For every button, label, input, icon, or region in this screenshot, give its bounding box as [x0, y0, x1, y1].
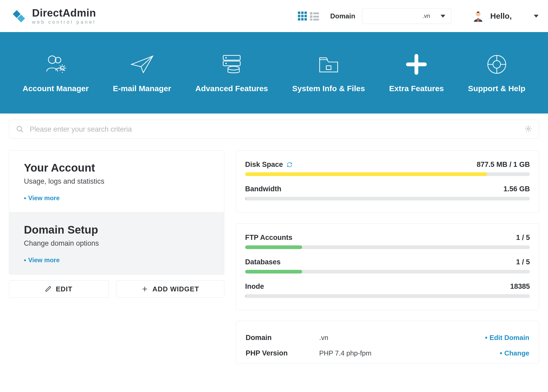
nav-label: E-mail Manager — [113, 84, 171, 93]
svg-point-27 — [228, 66, 239, 70]
svg-rect-13 — [310, 16, 312, 18]
progress-bar — [245, 172, 530, 176]
svg-point-24 — [225, 57, 227, 58]
view-more-link[interactable]: View more — [24, 256, 60, 264]
search-bar — [9, 120, 539, 139]
avatar-icon — [472, 10, 484, 22]
left-cards-panel: Your Account Usage, logs and statistics … — [9, 150, 224, 275]
add-widget-button[interactable]: ADD WIDGET — [116, 280, 224, 298]
refresh-icon — [287, 162, 292, 168]
button-label: EDIT — [56, 285, 72, 293]
card-title: Domain Setup — [24, 224, 209, 236]
layout-switch — [297, 11, 320, 21]
layout-grid-button[interactable] — [297, 11, 308, 21]
info-action-link[interactable]: Edit Domain — [485, 334, 529, 342]
progress-bar — [245, 245, 530, 249]
brand-logo[interactable]: DirectAdmin web control panel — [9, 7, 96, 25]
svg-rect-2 — [298, 12, 300, 14]
svg-rect-5 — [298, 15, 300, 17]
progress-bar — [245, 197, 530, 200]
progress-fill — [245, 294, 246, 298]
card-title: Your Account — [24, 162, 209, 174]
svg-rect-8 — [298, 18, 300, 20]
card-domain-setup[interactable]: Domain Setup Change domain options View … — [9, 213, 224, 274]
domain-selector[interactable]: .vn — [362, 8, 451, 24]
info-value: PHP 7.4 php-fpm — [319, 349, 500, 357]
topbar: DirectAdmin web control panel Domain .vn — [0, 0, 548, 32]
stat-label: Disk Space — [245, 161, 283, 169]
info-value: .vn — [319, 334, 485, 342]
view-more-link[interactable]: View more — [24, 194, 60, 202]
domain-value: .vn — [422, 13, 430, 19]
domain-info-panel: Domain.vnEdit DomainPHP VersionPHP 7.4 p… — [236, 321, 539, 364]
chevron-down-icon — [534, 15, 539, 18]
brand-tagline: web control panel — [32, 20, 96, 24]
progress-fill — [245, 245, 302, 249]
nav-advanced-features[interactable]: Advanced Features — [193, 47, 271, 98]
users-gear-icon — [44, 53, 68, 76]
search-input[interactable] — [29, 125, 519, 134]
svg-rect-7 — [304, 15, 307, 17]
svg-rect-16 — [313, 19, 319, 20]
refresh-button[interactable] — [287, 162, 292, 168]
stat-label: Databases — [245, 258, 281, 266]
info-key: Domain — [246, 334, 319, 342]
svg-rect-4 — [304, 12, 307, 14]
svg-rect-3 — [301, 12, 303, 14]
list-icon — [310, 12, 319, 20]
nav-email-manager[interactable]: E-mail Manager — [110, 47, 174, 98]
nav-account-manager[interactable]: Account Manager — [20, 47, 91, 98]
usage-panel-1: Disk Space877.5 MB / 1 GBBandwidth1.56 G… — [236, 150, 539, 213]
nav-label: Account Manager — [23, 84, 89, 93]
stat-value: 1.56 GB — [503, 185, 530, 193]
gear-icon — [525, 125, 532, 132]
card-subtitle: Usage, logs and statistics — [24, 177, 209, 185]
svg-point-26 — [225, 63, 227, 64]
nav-system-info[interactable]: System Info & Files — [289, 47, 368, 98]
stat-label: Bandwidth — [245, 185, 281, 193]
nav-label: Extra Features — [389, 84, 444, 93]
svg-rect-19 — [477, 18, 479, 22]
svg-point-20 — [48, 56, 56, 64]
layout-list-button[interactable] — [309, 11, 320, 21]
plus-icon — [141, 286, 148, 292]
svg-rect-15 — [310, 19, 312, 20]
progress-fill — [245, 270, 302, 274]
usage-panel-2: FTP Accounts1 / 5Databases1 / 5Inode1838… — [236, 223, 539, 310]
domain-info-row: PHP VersionPHP 7.4 php-fpmChange — [246, 345, 529, 361]
search-icon — [16, 125, 24, 133]
info-action-link[interactable]: Change — [500, 349, 529, 357]
edit-button[interactable]: EDIT — [9, 280, 109, 298]
brand-mark-icon — [9, 7, 28, 25]
pencil-icon — [45, 286, 51, 292]
svg-rect-6 — [301, 15, 303, 17]
domain-info-row: Domain.vnEdit Domain — [246, 330, 529, 345]
stat-value: 1 / 5 — [516, 234, 530, 242]
nav-label: Support & Help — [468, 84, 525, 93]
card-your-account[interactable]: Your Account Usage, logs and statistics … — [9, 151, 224, 213]
stat-label: Inode — [245, 282, 264, 291]
hello-text: Hello, — [490, 12, 512, 20]
progress-fill — [245, 197, 246, 200]
svg-rect-28 — [326, 66, 331, 69]
search-settings-button[interactable] — [525, 125, 532, 133]
nav-label: Advanced Features — [195, 84, 268, 93]
progress-fill — [245, 172, 487, 176]
chevron-down-icon — [441, 15, 445, 18]
progress-bar — [245, 270, 530, 274]
folder-files-icon — [317, 53, 340, 76]
plus-icon — [405, 53, 428, 76]
nav-support-help[interactable]: Support & Help — [466, 47, 528, 98]
user-menu[interactable]: Hello, — [472, 10, 539, 22]
server-db-icon — [220, 53, 244, 76]
card-subtitle: Change domain options — [24, 239, 209, 247]
lifebuoy-icon — [485, 53, 509, 76]
nav-extra-features[interactable]: Extra Features — [386, 47, 446, 98]
svg-rect-10 — [304, 18, 307, 20]
brand-name: DirectAdmin — [32, 8, 96, 18]
nav-label: System Info & Files — [292, 84, 365, 93]
domain-label: Domain — [330, 12, 355, 20]
svg-rect-11 — [310, 12, 312, 14]
svg-point-30 — [493, 61, 500, 68]
svg-point-32 — [527, 128, 529, 130]
